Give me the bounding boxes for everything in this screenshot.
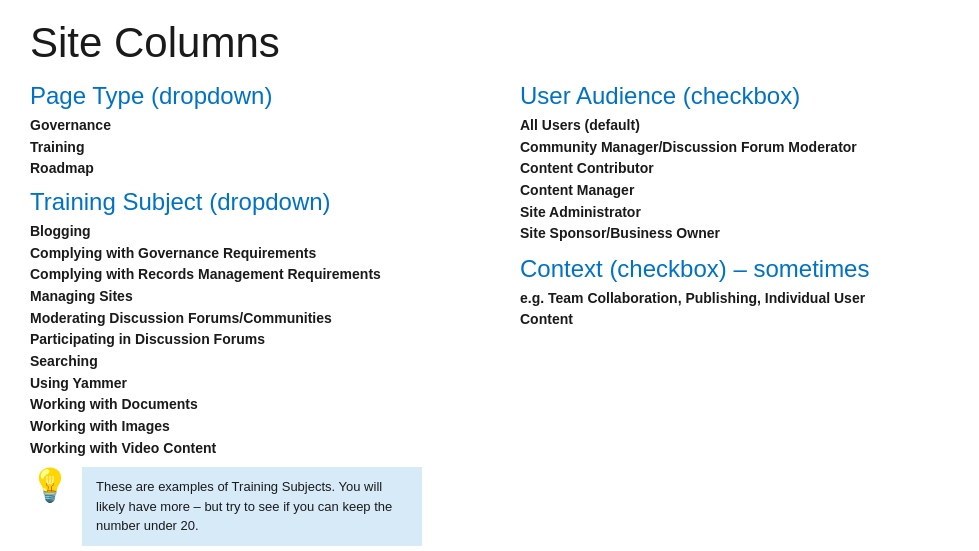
user-audience-items: All Users (default) Community Manager/Di… bbox=[520, 115, 949, 245]
list-item: Content Manager bbox=[520, 180, 949, 202]
context-heading: Context (checkbox) – sometimes bbox=[520, 255, 949, 284]
page-title: Site Columns bbox=[30, 20, 949, 66]
context-text: e.g. Team Collaboration, Publishing, Ind… bbox=[520, 288, 900, 330]
user-audience-section: User Audience (checkbox) All Users (defa… bbox=[520, 82, 949, 245]
right-column: User Audience (checkbox) All Users (defa… bbox=[510, 76, 949, 546]
note-box-area: 💡 These are examples of Training Subject… bbox=[30, 467, 490, 546]
list-item: Complying with Governance Requirements bbox=[30, 243, 490, 265]
page-type-items: Governance Training Roadmap bbox=[30, 115, 490, 180]
training-subject-items: Blogging Complying with Governance Requi… bbox=[30, 221, 490, 460]
list-item: Blogging bbox=[30, 221, 490, 243]
list-item: All Users (default) bbox=[520, 115, 949, 137]
list-item: Moderating Discussion Forums/Communities bbox=[30, 308, 490, 330]
list-item: Governance bbox=[30, 115, 490, 137]
list-item: Community Manager/Discussion Forum Moder… bbox=[520, 137, 949, 159]
list-item: Managing Sites bbox=[30, 286, 490, 308]
left-column: Page Type (dropdown) Governance Training… bbox=[30, 76, 510, 546]
list-item: Working with Video Content bbox=[30, 438, 490, 460]
list-item: Working with Documents bbox=[30, 394, 490, 416]
list-item: Searching bbox=[30, 351, 490, 373]
list-item: Using Yammer bbox=[30, 373, 490, 395]
note-box: These are examples of Training Subjects.… bbox=[82, 467, 422, 546]
list-item: Roadmap bbox=[30, 158, 490, 180]
list-item: Training bbox=[30, 137, 490, 159]
page-type-section: Page Type (dropdown) Governance Training… bbox=[30, 82, 490, 180]
list-item: Working with Images bbox=[30, 416, 490, 438]
list-item: Site Sponsor/Business Owner bbox=[520, 223, 949, 245]
context-section: Context (checkbox) – sometimes e.g. Team… bbox=[520, 255, 949, 330]
training-subject-section: Training Subject (dropdown) Blogging Com… bbox=[30, 188, 490, 459]
main-container: Site Columns Page Type (dropdown) Govern… bbox=[0, 0, 979, 551]
training-subject-heading: Training Subject (dropdown) bbox=[30, 188, 490, 217]
columns-layout: Page Type (dropdown) Governance Training… bbox=[30, 76, 949, 546]
list-item: Complying with Records Management Requir… bbox=[30, 264, 490, 286]
page-type-heading: Page Type (dropdown) bbox=[30, 82, 490, 111]
list-item: Site Administrator bbox=[520, 202, 949, 224]
user-audience-heading: User Audience (checkbox) bbox=[520, 82, 949, 111]
lightbulb-icon: 💡 bbox=[30, 469, 70, 501]
list-item: Content Contributor bbox=[520, 158, 949, 180]
list-item: Participating in Discussion Forums bbox=[30, 329, 490, 351]
